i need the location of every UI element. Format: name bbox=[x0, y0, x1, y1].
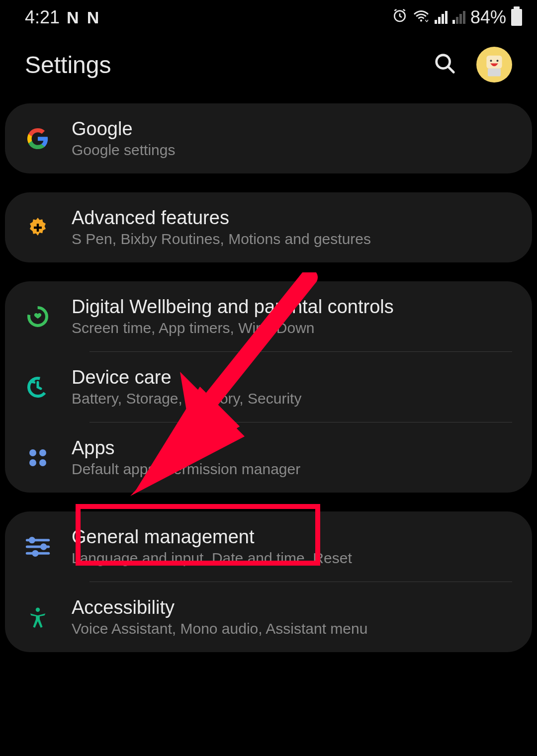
battery-icon bbox=[511, 9, 522, 26]
svg-point-5 bbox=[497, 60, 499, 62]
svg-point-11 bbox=[29, 459, 36, 466]
status-right: 84% bbox=[392, 7, 522, 28]
settings-group: Advanced features S Pen, Bixby Routines,… bbox=[5, 192, 532, 262]
svg-point-15 bbox=[33, 551, 37, 555]
app-header: Settings bbox=[0, 32, 537, 97]
notification-n-icon: N bbox=[67, 8, 80, 27]
svg-point-4 bbox=[490, 60, 492, 62]
settings-item-subtitle: S Pen, Bixby Routines, Motions and gestu… bbox=[72, 231, 514, 248]
signal-icon-2 bbox=[452, 11, 465, 24]
battery-text: 84% bbox=[470, 7, 506, 28]
settings-item-subtitle: Default apps, Permission manager bbox=[72, 461, 514, 478]
google-icon bbox=[23, 127, 53, 150]
settings-item-subtitle: Voice Assistant, Mono audio, Assistant m… bbox=[72, 620, 514, 637]
settings-item-subtitle: Language and input, Date and time, Reset bbox=[72, 550, 514, 567]
settings-item-general-management[interactable]: General management Language and input, D… bbox=[5, 511, 532, 582]
svg-point-2 bbox=[437, 55, 450, 69]
settings-item-subtitle: Battery, Storage, Memory, Security bbox=[72, 390, 514, 407]
settings-item-digital-wellbeing[interactable]: Digital Wellbeing and parental controls … bbox=[5, 281, 532, 351]
svg-point-10 bbox=[39, 449, 46, 456]
header-actions bbox=[434, 47, 512, 83]
device-care-icon bbox=[23, 375, 53, 399]
profile-avatar[interactable] bbox=[476, 47, 512, 83]
settings-item-subtitle: Screen time, App timers, Wind Down bbox=[72, 320, 514, 336]
settings-item-accessibility[interactable]: Accessibility Voice Assistant, Mono audi… bbox=[5, 582, 532, 652]
page-title: Settings bbox=[25, 51, 111, 79]
sliders-icon bbox=[23, 536, 53, 557]
settings-item-apps[interactable]: Apps Default apps, Permission manager bbox=[5, 422, 532, 493]
settings-item-google[interactable]: Google Google settings bbox=[5, 103, 532, 173]
settings-item-title: General management bbox=[72, 526, 514, 548]
wellbeing-icon bbox=[23, 305, 53, 329]
settings-item-title: Advanced features bbox=[72, 207, 514, 229]
settings-group: Digital Wellbeing and parental controls … bbox=[5, 281, 532, 493]
settings-item-device-care[interactable]: Device care Battery, Storage, Memory, Se… bbox=[5, 352, 532, 422]
status-time: 4:21 bbox=[25, 7, 60, 28]
svg-point-16 bbox=[36, 607, 40, 611]
svg-rect-6 bbox=[488, 69, 501, 77]
settings-group: General management Language and input, D… bbox=[5, 511, 532, 652]
status-bar: 4:21 N N 84% bbox=[0, 0, 537, 32]
settings-group: Google Google settings bbox=[5, 103, 532, 173]
accessibility-icon bbox=[23, 606, 53, 629]
svg-point-12 bbox=[39, 459, 46, 466]
settings-item-title: Google bbox=[72, 118, 514, 140]
wifi-icon bbox=[413, 7, 430, 28]
apps-icon bbox=[23, 446, 53, 470]
settings-list[interactable]: Google Google settings Advanced features… bbox=[0, 97, 537, 677]
status-left: 4:21 N N bbox=[25, 7, 100, 28]
svg-point-13 bbox=[30, 538, 34, 542]
settings-item-advanced-features[interactable]: Advanced features S Pen, Bixby Routines,… bbox=[5, 192, 532, 262]
svg-rect-3 bbox=[486, 56, 502, 69]
alarm-icon bbox=[392, 7, 408, 28]
settings-item-subtitle: Google settings bbox=[72, 142, 514, 159]
signal-icon-1 bbox=[435, 11, 448, 24]
search-icon[interactable] bbox=[434, 52, 456, 77]
settings-item-title: Digital Wellbeing and parental controls bbox=[72, 296, 514, 318]
settings-item-title: Apps bbox=[72, 437, 514, 459]
settings-item-title: Accessibility bbox=[72, 597, 514, 618]
svg-point-1 bbox=[420, 19, 422, 21]
gear-plus-icon bbox=[23, 216, 53, 240]
settings-item-title: Device care bbox=[72, 367, 514, 388]
notification-n-icon: N bbox=[87, 8, 100, 27]
svg-point-14 bbox=[42, 544, 46, 548]
svg-point-9 bbox=[29, 449, 36, 456]
